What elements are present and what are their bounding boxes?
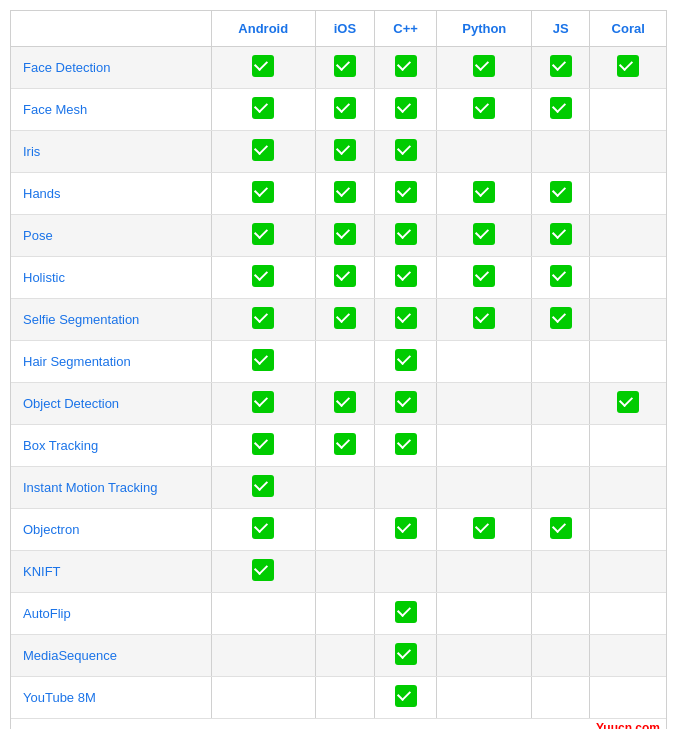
- feature-label: Face Detection: [11, 47, 211, 89]
- cell-ios: [315, 593, 374, 635]
- cell-python: [437, 89, 532, 131]
- cell-ios: [315, 215, 374, 257]
- cell-coral: [590, 467, 666, 509]
- cell-ios: [315, 47, 374, 89]
- table-row: Selfie Segmentation: [11, 299, 666, 341]
- cell-coral: [590, 89, 666, 131]
- header-coral: Coral: [590, 11, 666, 47]
- table-row: Instant Motion Tracking: [11, 467, 666, 509]
- cell-js: [532, 635, 590, 677]
- check-icon: [334, 265, 356, 287]
- check-icon: [617, 391, 639, 413]
- cell-android: [211, 425, 315, 467]
- check-icon: [395, 223, 417, 245]
- cell-ios: [315, 677, 374, 719]
- header-row: Android iOS C++ Python JS Coral: [11, 11, 666, 47]
- cell-python: [437, 509, 532, 551]
- cell-python: [437, 299, 532, 341]
- cell-cpp: [374, 425, 436, 467]
- cell-cpp: [374, 635, 436, 677]
- cell-cpp: [374, 551, 436, 593]
- cell-coral: [590, 173, 666, 215]
- check-icon: [395, 265, 417, 287]
- compatibility-table-container: Android iOS C++ Python JS Coral Face Det…: [10, 10, 667, 729]
- check-icon: [252, 139, 274, 161]
- table-row: Pose: [11, 215, 666, 257]
- check-icon: [473, 55, 495, 77]
- check-icon: [395, 391, 417, 413]
- check-icon: [550, 307, 572, 329]
- cell-cpp: [374, 467, 436, 509]
- check-icon: [252, 223, 274, 245]
- check-icon: [550, 265, 572, 287]
- check-icon: [395, 55, 417, 77]
- cell-cpp: [374, 131, 436, 173]
- cell-js: [532, 299, 590, 341]
- header-android: Android: [211, 11, 315, 47]
- cell-cpp: [374, 299, 436, 341]
- cell-coral: [590, 215, 666, 257]
- check-icon: [334, 433, 356, 455]
- cell-js: [532, 341, 590, 383]
- check-icon: [252, 349, 274, 371]
- cell-python: [437, 593, 532, 635]
- cell-js: [532, 131, 590, 173]
- cell-js: [532, 677, 590, 719]
- cell-js: [532, 383, 590, 425]
- check-icon: [473, 97, 495, 119]
- cell-python: [437, 467, 532, 509]
- check-icon: [550, 97, 572, 119]
- feature-label: Pose: [11, 215, 211, 257]
- feature-label: Face Mesh: [11, 89, 211, 131]
- check-icon: [252, 433, 274, 455]
- feature-label: Box Tracking: [11, 425, 211, 467]
- table-row: Box Tracking: [11, 425, 666, 467]
- cell-ios: [315, 89, 374, 131]
- cell-coral: [590, 593, 666, 635]
- cell-cpp: [374, 341, 436, 383]
- check-icon: [473, 517, 495, 539]
- feature-label: AutoFlip: [11, 593, 211, 635]
- cell-js: [532, 47, 590, 89]
- cell-coral: [590, 131, 666, 173]
- cell-ios: [315, 467, 374, 509]
- cell-python: [437, 425, 532, 467]
- cell-python: [437, 551, 532, 593]
- check-icon: [334, 97, 356, 119]
- header-ios: iOS: [315, 11, 374, 47]
- check-icon: [252, 55, 274, 77]
- check-icon: [252, 517, 274, 539]
- table-row: AutoFlip: [11, 593, 666, 635]
- cell-coral: [590, 47, 666, 89]
- table-row: Hair Segmentation: [11, 341, 666, 383]
- cell-python: [437, 47, 532, 89]
- check-icon: [252, 265, 274, 287]
- cell-js: [532, 89, 590, 131]
- check-icon: [395, 97, 417, 119]
- check-icon: [252, 97, 274, 119]
- cell-coral: [590, 509, 666, 551]
- cell-ios: [315, 131, 374, 173]
- feature-label: Selfie Segmentation: [11, 299, 211, 341]
- cell-js: [532, 551, 590, 593]
- check-icon: [334, 139, 356, 161]
- check-icon: [395, 517, 417, 539]
- cell-ios: [315, 551, 374, 593]
- cell-python: [437, 215, 532, 257]
- cell-android: [211, 299, 315, 341]
- cell-js: [532, 215, 590, 257]
- cell-android: [211, 677, 315, 719]
- cell-android: [211, 131, 315, 173]
- table-row: Hands: [11, 173, 666, 215]
- check-icon: [252, 391, 274, 413]
- check-icon: [334, 223, 356, 245]
- check-icon: [550, 181, 572, 203]
- cell-js: [532, 257, 590, 299]
- cell-coral: [590, 551, 666, 593]
- cell-android: [211, 47, 315, 89]
- check-icon: [395, 181, 417, 203]
- table-row: Face Detection: [11, 47, 666, 89]
- cell-coral: [590, 341, 666, 383]
- cell-android: [211, 467, 315, 509]
- cell-ios: [315, 383, 374, 425]
